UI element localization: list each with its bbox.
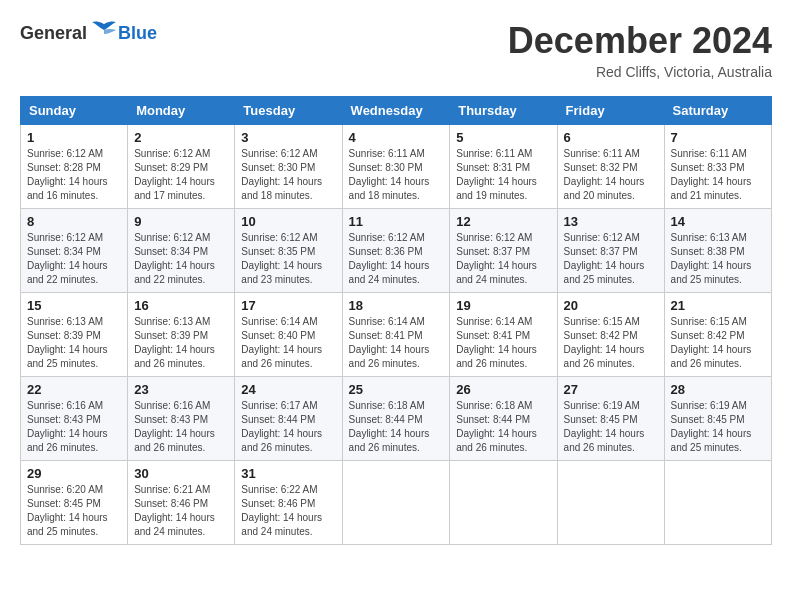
calendar-cell: 19 Sunrise: 6:14 AM Sunset: 8:41 PM Dayl…: [450, 293, 557, 377]
calendar-cell: 18 Sunrise: 6:14 AM Sunset: 8:41 PM Dayl…: [342, 293, 450, 377]
day-info: Sunrise: 6:12 AM Sunset: 8:37 PM Dayligh…: [456, 231, 550, 287]
calendar-cell: 1 Sunrise: 6:12 AM Sunset: 8:28 PM Dayli…: [21, 125, 128, 209]
day-number: 23: [134, 382, 228, 397]
day-number: 2: [134, 130, 228, 145]
day-info: Sunrise: 6:12 AM Sunset: 8:30 PM Dayligh…: [241, 147, 335, 203]
day-info: Sunrise: 6:13 AM Sunset: 8:38 PM Dayligh…: [671, 231, 765, 287]
day-info: Sunrise: 6:12 AM Sunset: 8:28 PM Dayligh…: [27, 147, 121, 203]
calendar-cell: 7 Sunrise: 6:11 AM Sunset: 8:33 PM Dayli…: [664, 125, 771, 209]
day-number: 21: [671, 298, 765, 313]
day-info: Sunrise: 6:21 AM Sunset: 8:46 PM Dayligh…: [134, 483, 228, 539]
day-number: 25: [349, 382, 444, 397]
calendar-week-row: 1 Sunrise: 6:12 AM Sunset: 8:28 PM Dayli…: [21, 125, 772, 209]
calendar-cell: 9 Sunrise: 6:12 AM Sunset: 8:34 PM Dayli…: [128, 209, 235, 293]
calendar-cell: 29 Sunrise: 6:20 AM Sunset: 8:45 PM Dayl…: [21, 461, 128, 545]
day-number: 26: [456, 382, 550, 397]
calendar-cell: 11 Sunrise: 6:12 AM Sunset: 8:36 PM Dayl…: [342, 209, 450, 293]
calendar-cell: 15 Sunrise: 6:13 AM Sunset: 8:39 PM Dayl…: [21, 293, 128, 377]
day-number: 27: [564, 382, 658, 397]
day-info: Sunrise: 6:20 AM Sunset: 8:45 PM Dayligh…: [27, 483, 121, 539]
day-info: Sunrise: 6:12 AM Sunset: 8:37 PM Dayligh…: [564, 231, 658, 287]
day-info: Sunrise: 6:19 AM Sunset: 8:45 PM Dayligh…: [671, 399, 765, 455]
day-info: Sunrise: 6:14 AM Sunset: 8:40 PM Dayligh…: [241, 315, 335, 371]
day-info: Sunrise: 6:18 AM Sunset: 8:44 PM Dayligh…: [456, 399, 550, 455]
day-number: 13: [564, 214, 658, 229]
day-header-sunday: Sunday: [21, 97, 128, 125]
calendar-header-row: SundayMondayTuesdayWednesdayThursdayFrid…: [21, 97, 772, 125]
day-info: Sunrise: 6:18 AM Sunset: 8:44 PM Dayligh…: [349, 399, 444, 455]
day-info: Sunrise: 6:12 AM Sunset: 8:35 PM Dayligh…: [241, 231, 335, 287]
day-info: Sunrise: 6:11 AM Sunset: 8:30 PM Dayligh…: [349, 147, 444, 203]
day-header-tuesday: Tuesday: [235, 97, 342, 125]
day-info: Sunrise: 6:22 AM Sunset: 8:46 PM Dayligh…: [241, 483, 335, 539]
calendar-cell: 28 Sunrise: 6:19 AM Sunset: 8:45 PM Dayl…: [664, 377, 771, 461]
day-number: 17: [241, 298, 335, 313]
calendar-cell: 16 Sunrise: 6:13 AM Sunset: 8:39 PM Dayl…: [128, 293, 235, 377]
day-number: 4: [349, 130, 444, 145]
day-number: 11: [349, 214, 444, 229]
logo: General Blue: [20, 20, 157, 46]
day-number: 18: [349, 298, 444, 313]
location: Red Cliffs, Victoria, Australia: [508, 64, 772, 80]
day-info: Sunrise: 6:14 AM Sunset: 8:41 PM Dayligh…: [349, 315, 444, 371]
calendar-cell: [664, 461, 771, 545]
logo-text-general: General: [20, 23, 87, 44]
calendar-cell: 13 Sunrise: 6:12 AM Sunset: 8:37 PM Dayl…: [557, 209, 664, 293]
calendar-week-row: 22 Sunrise: 6:16 AM Sunset: 8:43 PM Dayl…: [21, 377, 772, 461]
calendar-cell: 26 Sunrise: 6:18 AM Sunset: 8:44 PM Dayl…: [450, 377, 557, 461]
day-number: 1: [27, 130, 121, 145]
day-header-saturday: Saturday: [664, 97, 771, 125]
calendar-table: SundayMondayTuesdayWednesdayThursdayFrid…: [20, 96, 772, 545]
day-header-friday: Friday: [557, 97, 664, 125]
day-number: 19: [456, 298, 550, 313]
logo-bird-icon: [90, 20, 118, 42]
day-info: Sunrise: 6:13 AM Sunset: 8:39 PM Dayligh…: [134, 315, 228, 371]
day-number: 24: [241, 382, 335, 397]
day-header-thursday: Thursday: [450, 97, 557, 125]
day-header-monday: Monday: [128, 97, 235, 125]
calendar-cell: 31 Sunrise: 6:22 AM Sunset: 8:46 PM Dayl…: [235, 461, 342, 545]
day-number: 10: [241, 214, 335, 229]
day-info: Sunrise: 6:12 AM Sunset: 8:34 PM Dayligh…: [27, 231, 121, 287]
day-number: 20: [564, 298, 658, 313]
day-info: Sunrise: 6:16 AM Sunset: 8:43 PM Dayligh…: [134, 399, 228, 455]
day-number: 16: [134, 298, 228, 313]
calendar-cell: 12 Sunrise: 6:12 AM Sunset: 8:37 PM Dayl…: [450, 209, 557, 293]
day-header-wednesday: Wednesday: [342, 97, 450, 125]
day-number: 8: [27, 214, 121, 229]
calendar-cell: 23 Sunrise: 6:16 AM Sunset: 8:43 PM Dayl…: [128, 377, 235, 461]
calendar-cell: 30 Sunrise: 6:21 AM Sunset: 8:46 PM Dayl…: [128, 461, 235, 545]
calendar-cell: 21 Sunrise: 6:15 AM Sunset: 8:42 PM Dayl…: [664, 293, 771, 377]
day-info: Sunrise: 6:19 AM Sunset: 8:45 PM Dayligh…: [564, 399, 658, 455]
calendar-week-row: 29 Sunrise: 6:20 AM Sunset: 8:45 PM Dayl…: [21, 461, 772, 545]
calendar-cell: 2 Sunrise: 6:12 AM Sunset: 8:29 PM Dayli…: [128, 125, 235, 209]
day-info: Sunrise: 6:16 AM Sunset: 8:43 PM Dayligh…: [27, 399, 121, 455]
calendar-cell: 17 Sunrise: 6:14 AM Sunset: 8:40 PM Dayl…: [235, 293, 342, 377]
calendar-cell: [342, 461, 450, 545]
calendar-cell: 27 Sunrise: 6:19 AM Sunset: 8:45 PM Dayl…: [557, 377, 664, 461]
day-number: 5: [456, 130, 550, 145]
day-info: Sunrise: 6:12 AM Sunset: 8:29 PM Dayligh…: [134, 147, 228, 203]
day-info: Sunrise: 6:14 AM Sunset: 8:41 PM Dayligh…: [456, 315, 550, 371]
calendar-cell: 5 Sunrise: 6:11 AM Sunset: 8:31 PM Dayli…: [450, 125, 557, 209]
day-number: 14: [671, 214, 765, 229]
calendar-cell: [557, 461, 664, 545]
month-title: December 2024: [508, 20, 772, 62]
day-info: Sunrise: 6:12 AM Sunset: 8:36 PM Dayligh…: [349, 231, 444, 287]
day-number: 3: [241, 130, 335, 145]
day-number: 31: [241, 466, 335, 481]
calendar-week-row: 8 Sunrise: 6:12 AM Sunset: 8:34 PM Dayli…: [21, 209, 772, 293]
day-number: 12: [456, 214, 550, 229]
calendar-cell: 14 Sunrise: 6:13 AM Sunset: 8:38 PM Dayl…: [664, 209, 771, 293]
calendar-cell: 3 Sunrise: 6:12 AM Sunset: 8:30 PM Dayli…: [235, 125, 342, 209]
day-number: 30: [134, 466, 228, 481]
day-number: 6: [564, 130, 658, 145]
calendar-cell: 8 Sunrise: 6:12 AM Sunset: 8:34 PM Dayli…: [21, 209, 128, 293]
day-number: 28: [671, 382, 765, 397]
page-header: General Blue December 2024 Red Cliffs, V…: [20, 20, 772, 80]
day-number: 15: [27, 298, 121, 313]
day-info: Sunrise: 6:15 AM Sunset: 8:42 PM Dayligh…: [671, 315, 765, 371]
day-info: Sunrise: 6:12 AM Sunset: 8:34 PM Dayligh…: [134, 231, 228, 287]
day-number: 7: [671, 130, 765, 145]
day-info: Sunrise: 6:11 AM Sunset: 8:32 PM Dayligh…: [564, 147, 658, 203]
